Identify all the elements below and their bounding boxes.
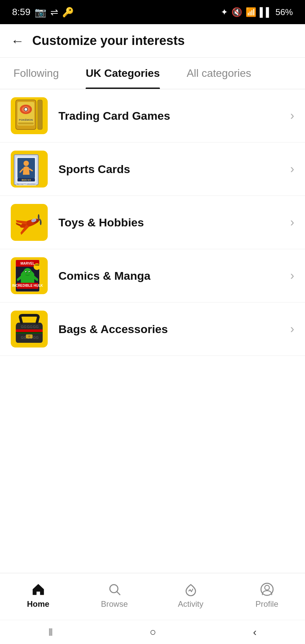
nav-item-activity[interactable]: Activity: [152, 579, 229, 611]
status-time: 8:59: [12, 7, 31, 17]
svg-point-53: [28, 335, 30, 337]
category-thumb-comics-manga: MARVEL INCREDIBLE HULK: [11, 257, 48, 294]
home-icon: [31, 582, 46, 597]
browse-icon: [107, 582, 122, 597]
svg-text:INCREDIBLE HULK: INCREDIBLE HULK: [12, 284, 43, 287]
svg-text:BGS 9.5: BGS 9.5: [22, 179, 31, 181]
svg-point-32: [24, 268, 32, 276]
camera-icon: 📷: [35, 7, 46, 18]
svg-text:GG: GG: [33, 325, 39, 329]
svg-point-4: [24, 108, 28, 111]
bottom-nav: Home Browse Activity Profile: [0, 573, 305, 620]
chevron-icon: ›: [290, 162, 294, 176]
svg-text:BECKETT GRADING: BECKETT GRADING: [16, 183, 36, 185]
status-left: 8:59 📷 ⇌ 🔑: [12, 7, 74, 18]
nav-item-browse[interactable]: Browse: [76, 579, 152, 611]
battery-level: 56%: [275, 7, 293, 17]
tab-following[interactable]: Following: [13, 58, 59, 89]
nav-label-browse: Browse: [101, 599, 128, 609]
svg-text:#340: #340: [35, 264, 39, 266]
bluetooth-icon: ✦: [221, 7, 228, 17]
category-thumb-trading-card-games: POKÉMON: [11, 97, 48, 134]
cast-icon: ⇌: [50, 7, 58, 18]
interest-tabs: Following UK Categories All categories: [0, 58, 305, 89]
wifi-icon: 📶: [246, 7, 256, 17]
svg-point-37: [26, 272, 27, 272]
category-name-comics-manga: Comics & Manga: [58, 269, 290, 282]
status-right: ✦ 🔇 📶 ▌▌ 56%: [221, 7, 293, 17]
list-item[interactable]: POKÉMON Trading Card Games ›: [0, 89, 305, 143]
mute-icon: 🔇: [231, 7, 242, 17]
svg-point-11: [24, 161, 29, 166]
recent-apps-button[interactable]: ⦀: [48, 626, 53, 638]
home-button[interactable]: ○: [149, 626, 156, 638]
category-thumb-sports-cards: BGS 9.5 BECKETT GRADING: [11, 151, 48, 187]
nav-item-profile[interactable]: Profile: [229, 579, 305, 611]
svg-text:MARVEL: MARVEL: [20, 262, 35, 265]
back-button[interactable]: ←: [11, 34, 24, 48]
category-name-toys-hobbies: Toys & Hobbies: [58, 216, 290, 229]
svg-text:GG: GG: [33, 335, 39, 339]
nav-item-home[interactable]: Home: [0, 579, 76, 611]
category-name-bags-accessories: Bags & Accessories: [58, 323, 290, 336]
key-icon: 🔑: [62, 7, 74, 18]
chevron-icon: ›: [290, 215, 294, 229]
svg-rect-6: [18, 122, 34, 124]
tab-all-categories[interactable]: All categories: [187, 58, 251, 89]
svg-point-57: [265, 585, 269, 590]
svg-point-38: [29, 272, 30, 272]
svg-rect-45: [16, 332, 43, 332]
category-name-sports-cards: Sports Cards: [58, 163, 290, 176]
status-bar: 8:59 📷 ⇌ 🔑 ✦ 🔇 📶 ▌▌ 56%: [0, 0, 305, 24]
page-header: ← Customize your interests: [0, 24, 305, 58]
profile-icon: [260, 582, 274, 597]
system-nav-bar: ⦀ ○ ‹: [0, 620, 305, 644]
nav-label-home: Home: [27, 599, 49, 609]
svg-text:POKÉMON: POKÉMON: [19, 118, 33, 121]
list-item[interactable]: Toys & Hobbies ›: [0, 196, 305, 249]
svg-text:GG: GG: [27, 325, 33, 329]
list-item[interactable]: GG GG GG GG GG GG Bags & Accessories ›: [0, 303, 305, 356]
svg-line-55: [117, 592, 120, 595]
svg-text:GG: GG: [21, 325, 27, 329]
list-item[interactable]: MARVEL INCREDIBLE HULK: [0, 249, 305, 303]
svg-point-25: [38, 214, 40, 219]
category-list: POKÉMON Trading Card Games › BGS 9.5: [0, 89, 305, 465]
back-system-button[interactable]: ‹: [253, 626, 257, 638]
svg-text:GG: GG: [21, 335, 27, 339]
tab-uk-categories[interactable]: UK Categories: [86, 58, 160, 89]
category-thumb-toys-hobbies: [11, 204, 48, 241]
list-item[interactable]: BGS 9.5 BECKETT GRADING Sports Cards ›: [0, 143, 305, 196]
chevron-icon: ›: [290, 269, 294, 283]
chevron-icon: ›: [290, 109, 294, 123]
activity-icon: [183, 582, 198, 597]
svg-point-26: [40, 220, 42, 225]
category-thumb-bags-accessories: GG GG GG GG GG GG: [11, 311, 48, 347]
chevron-icon: ›: [290, 322, 294, 336]
signal-icon: ▌▌: [260, 7, 272, 17]
nav-label-profile: Profile: [255, 599, 278, 609]
category-name-trading-card-games: Trading Card Games: [58, 109, 290, 122]
nav-label-activity: Activity: [178, 599, 203, 609]
page-title: Customize your interests: [32, 34, 185, 48]
svg-rect-7: [38, 100, 42, 129]
